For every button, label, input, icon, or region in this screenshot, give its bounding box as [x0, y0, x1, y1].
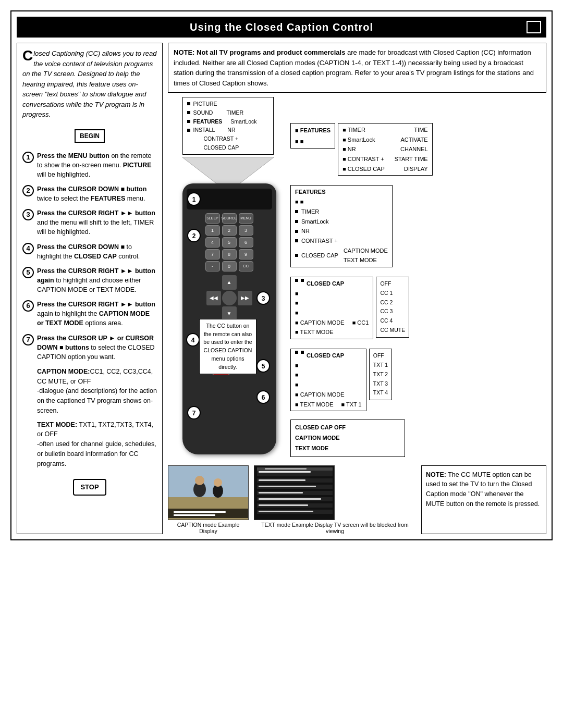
menu-box-2-expanded: ■ TIMER TIME ■ SmartLock ACTIVATE ■ NR C…	[338, 123, 432, 176]
m5-txt1: ■ TXT 1	[341, 400, 361, 410]
begin-container: BEGIN	[22, 125, 157, 147]
svg-rect-32	[259, 492, 303, 493]
numpad-row1: 1 2 3	[187, 225, 272, 236]
menu-box-1: PICTURE SOUND TIMER FEATURES SmartLock	[182, 97, 274, 155]
step-2: 2 Press the CURSOR DOWN ■ button twice t…	[22, 184, 157, 203]
m4-empty3: ■	[295, 308, 369, 318]
btn-cc[interactable]: CC	[239, 261, 253, 272]
opt-off: OFF	[380, 279, 405, 289]
btn-center[interactable]	[222, 291, 237, 305]
svg-rect-25	[257, 470, 333, 476]
svg-marker-0	[182, 157, 274, 183]
btn-0[interactable]: 0	[222, 261, 237, 272]
btn-menu[interactable]: MENU	[239, 213, 253, 224]
m4-text-mode: ■ TEXT MODE	[295, 327, 369, 337]
btn-3[interactable]: 3	[239, 225, 253, 236]
menu-box-3: FEATURES ■ ■ TIMER SmartLock NR	[290, 185, 393, 267]
m2-closedcap: ■ CLOSED CAP	[342, 164, 385, 174]
m5-text-mode: ■ TEXT MODE	[295, 400, 333, 410]
menu-item-install: INSTALL	[193, 126, 215, 134]
menu-level-2-group: ■ FEATURES ■ ■ ■ TIMER TIME ■ SmartLock	[290, 123, 546, 176]
btn-source[interactable]: SOURCE	[222, 213, 237, 224]
remote-display	[187, 189, 272, 209]
note-box-top: NOTE: Not all TV programs and product co…	[168, 43, 546, 93]
step-text-6: Press the CURSOR RIGHT ►► button again t…	[37, 300, 157, 328]
btn-6[interactable]: 6	[239, 237, 253, 248]
btn-2[interactable]: 2	[222, 225, 237, 236]
funnel-triangle	[182, 157, 274, 183]
menu-row-closedcap: CLOSED CAP	[187, 143, 269, 152]
menu-item-sound: SOUND	[193, 108, 213, 117]
page-title: Using the Closed Caption Control	[36, 21, 527, 33]
menu3-closedcap: CLOSED CAP	[295, 246, 338, 265]
mode-label-text: TEXT MODE	[295, 443, 400, 454]
caption-mode-label: CAPTION mode Example Display	[168, 522, 249, 534]
btn-right[interactable]: ▶▶	[238, 291, 252, 305]
svg-point-20	[214, 478, 222, 487]
caption-images: CAPTION mode Example Display	[168, 465, 416, 534]
step-text-2: Press the CURSOR DOWN ■ button twice to …	[37, 184, 157, 203]
svg-rect-36	[259, 504, 308, 506]
btn-left[interactable]: ◀◀	[206, 291, 221, 305]
stop-badge: STOP	[73, 479, 106, 496]
caption-mode-image-container: CAPTION mode Example Display	[168, 465, 249, 534]
m2-smartlock: ■ SmartLock	[342, 135, 375, 145]
m2-nr: ■ NR	[342, 144, 356, 154]
btn-up[interactable]: ▲	[222, 275, 237, 290]
menu2-bullets: ■ ■	[295, 137, 331, 146]
opt-cc2: CC 2	[380, 298, 405, 307]
svg-rect-38	[259, 511, 313, 512]
btn-4[interactable]: 4	[205, 237, 220, 248]
left-panel: Closed Captioning (CC) allows you to rea…	[17, 43, 163, 534]
menu4-caption-row: ■ CAPTION MODE ■ CC1	[295, 318, 369, 328]
opt-txt4: TXT 4	[373, 388, 388, 398]
step-num-6: 6	[22, 300, 34, 312]
menu3-title: FEATURES	[295, 187, 388, 197]
menu-level-4-group: CLOSED CAP ■ ■ ■ ■ CAPTION MODE ■ CC1 ■ …	[290, 277, 546, 339]
m5-e3: ■	[295, 380, 362, 390]
btn-sleep[interactable]: SLEEP	[205, 213, 220, 224]
opt-txt-off: OFF	[373, 351, 388, 361]
text-mode-label: TEXT mode Example Display TV screen will…	[254, 522, 416, 534]
text-mode-desc: TEXT MODE: TXT1, TXT2,TXT3, TXT4, or OFF…	[37, 420, 157, 469]
text-mode-image	[254, 465, 335, 520]
svg-rect-23	[174, 514, 215, 516]
m3-caption-mode: CAPTION MODE	[344, 246, 388, 256]
menu-item-timer-label: TIMER	[226, 108, 243, 117]
step-4: 4 Press the CURSOR DOWN ■ to highlight t…	[22, 242, 157, 261]
menu-item-closedcap: CLOSED CAP	[204, 144, 239, 151]
menu2-row-smartlock: ■ SmartLock ACTIVATE	[342, 135, 427, 145]
btn-minus[interactable]: -	[205, 261, 220, 272]
menu-item-smartlock: SmartLock	[230, 117, 256, 126]
menu5-dots: CLOSED CAP	[295, 351, 362, 361]
svg-rect-30	[259, 486, 316, 487]
m5-e2: ■	[295, 370, 362, 380]
caption-mode-image	[168, 465, 249, 520]
mode-label-closedcap: CLOSED CAP OFF	[295, 423, 400, 433]
svg-rect-22	[174, 511, 226, 513]
btn-9[interactable]: 9	[239, 249, 253, 260]
menu-level-5-group: CLOSED CAP ■ ■ ■ ■ CAPTION MODE ■ TEXT M…	[290, 349, 546, 411]
btn-8[interactable]: 8	[222, 249, 237, 260]
d-pad: ▲ ◀◀ ▶▶ ▼	[206, 275, 252, 321]
right-panel: NOTE: Not all TV programs and product co…	[168, 43, 546, 534]
m2-time: TIME	[414, 125, 427, 135]
menu2-row-timer: ■ TIMER TIME	[342, 125, 427, 135]
numpad-row3: 7 8 9	[187, 249, 272, 260]
menu-row-features: FEATURES SmartLock	[187, 117, 269, 126]
btn-1[interactable]: 1	[205, 225, 220, 236]
step-7: 7 Press the CURSOR UP ► or CURSOR DOWN ■…	[22, 334, 157, 362]
menu3-nr: NR	[295, 226, 388, 236]
step-text-7: Press the CURSOR UP ► or CURSOR DOWN ■ b…	[37, 334, 157, 362]
m4-cc1: ■ CC1	[352, 318, 369, 328]
step-num-5: 5	[22, 267, 34, 278]
diagram-area: PICTURE SOUND TIMER FEATURES SmartLock	[168, 97, 546, 457]
step-num-3: 3	[22, 209, 34, 220]
btn-7[interactable]: 7	[205, 249, 220, 260]
opt-txt3: TXT 3	[373, 379, 388, 389]
btn-5[interactable]: 5	[222, 237, 237, 248]
step-text-5: Press the CURSOR RIGHT ►► button again t…	[37, 266, 157, 294]
m3-closedcap: CLOSED CAP	[301, 251, 338, 261]
menu-row-sound: SOUND TIMER	[187, 108, 269, 117]
opt-txt2: TXT 2	[373, 370, 388, 379]
